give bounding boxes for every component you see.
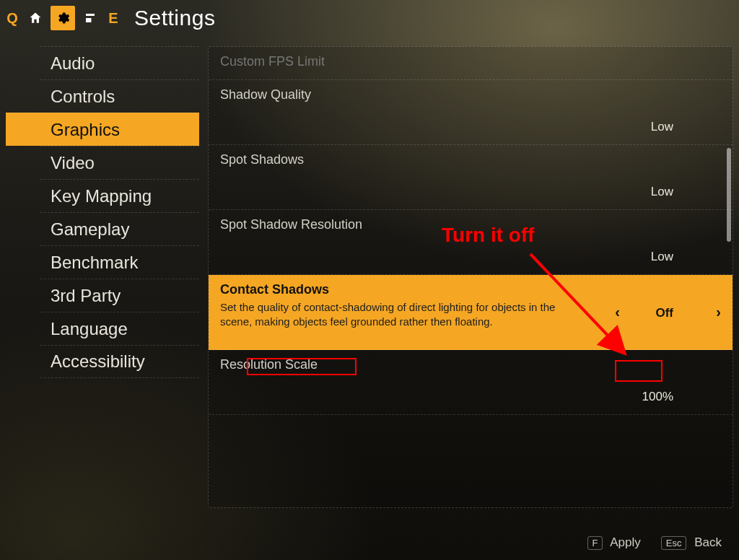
chevron-right-icon[interactable]: ›	[716, 304, 721, 320]
setting-label: Resolution Scale	[220, 357, 720, 372]
tab-right-hint: E	[105, 10, 121, 27]
sidebar-item-audio[interactable]: Audio	[40, 46, 199, 79]
back-label: Back	[694, 535, 722, 549]
setting-row-spot-shadow-resolution[interactable]: Spot Shadow Resolution Low	[209, 210, 733, 275]
setting-label: Spot Shadow Resolution	[220, 217, 720, 232]
sidebar-item-3rd-party[interactable]: 3rd Party	[40, 279, 199, 312]
page-title: Settings	[134, 6, 215, 30]
setting-value: Low	[651, 250, 673, 264]
apply-label: Apply	[610, 535, 641, 549]
settings-gear-icon[interactable]	[51, 6, 75, 30]
sidebar-item-benchmark[interactable]: Benchmark	[40, 245, 199, 279]
sidebar-item-controls[interactable]: Controls	[40, 79, 199, 113]
setting-value: Low	[651, 120, 673, 134]
setting-row-spot-shadows[interactable]: Spot Shadows Low	[209, 145, 733, 210]
key-hint: Esc	[661, 536, 687, 550]
setting-label: Shadow Quality	[220, 87, 720, 102]
setting-value: Low	[651, 185, 673, 199]
setting-label: Spot Shadows	[220, 152, 720, 167]
setting-label: Custom FPS Limit	[220, 54, 720, 69]
key-hint: F	[587, 536, 603, 550]
top-bar: Q E Settings	[0, 0, 739, 33]
back-button[interactable]: Esc Back	[661, 535, 722, 550]
setting-label: Contact Shadows	[220, 282, 720, 297]
setting-value: Off	[655, 306, 673, 320]
setting-row-contact-shadows[interactable]: Contact Shadows Set the quality of conta…	[209, 275, 733, 350]
chevron-left-icon[interactable]: ‹	[615, 304, 620, 320]
tab-left-hint: Q	[4, 10, 20, 27]
map-icon[interactable]	[78, 6, 102, 30]
home-icon[interactable]	[23, 6, 48, 30]
setting-row-custom-fps-limit[interactable]: Custom FPS Limit	[209, 47, 733, 80]
setting-row-shadow-quality[interactable]: Shadow Quality Low	[209, 80, 733, 145]
sidebar-item-gameplay[interactable]: Gameplay	[40, 212, 199, 245]
sidebar-item-video[interactable]: Video	[40, 146, 199, 179]
settings-category-list: Audio Controls Graphics Video Key Mappin…	[6, 33, 199, 509]
sidebar-item-accessibility[interactable]: Accessibility	[40, 345, 199, 378]
sidebar-item-language[interactable]: Language	[40, 312, 199, 345]
settings-pane: Custom FPS Limit Shadow Quality Low Spot…	[208, 46, 733, 508]
setting-row-resolution-scale[interactable]: Resolution Scale 100%	[209, 350, 733, 415]
sidebar-item-graphics[interactable]: Graphics	[6, 113, 199, 146]
setting-value: 100%	[642, 390, 673, 404]
scrollbar-thumb[interactable]	[727, 148, 731, 242]
setting-description: Set the quality of contact-shadowing of …	[220, 300, 574, 330]
footer-actions: F Apply Esc Back	[587, 535, 722, 550]
sidebar-item-key-mapping[interactable]: Key Mapping	[40, 179, 199, 212]
apply-button[interactable]: F Apply	[587, 535, 641, 550]
